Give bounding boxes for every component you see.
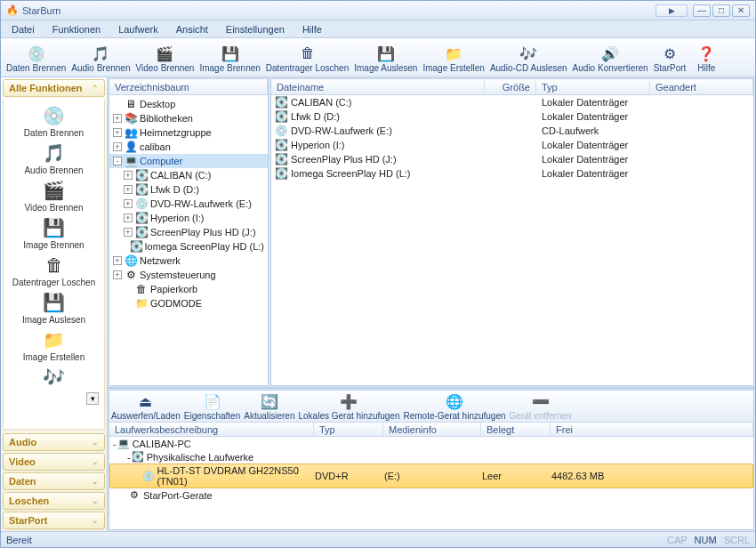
tree-row[interactable]: +💽CALIBAN (C:) — [109, 168, 268, 182]
file-row[interactable]: 💽Hyperion (I:)Lokaler Datenträger — [271, 138, 753, 152]
drive-list-header: Laufwerksbeschreibung Typ Medieninfo Bel… — [109, 423, 753, 437]
tree-row[interactable]: +📚Bibliotheken — [109, 111, 268, 125]
col-groesse[interactable]: Größe — [485, 79, 536, 94]
tree-expander[interactable]: + — [124, 228, 133, 237]
tree-row[interactable]: +💿DVD-RW-Laufwerk (E:) — [109, 197, 268, 211]
chevron-down-icon: ⌄ — [92, 477, 99, 486]
dcol-used[interactable]: Belegt — [481, 423, 551, 436]
drive-row[interactable]: -💻CALIBAN-PC — [109, 437, 753, 450]
dcol-type[interactable]: Typ — [314, 423, 383, 436]
category-label: Audio — [9, 437, 36, 447]
tree-row[interactable]: +🌐Netzwerk — [109, 254, 268, 268]
drive-row[interactable]: 💿HL-DT-ST DVDRAM GH22NS50 (TN01)DVD+R(E:… — [109, 463, 753, 488]
col-typ[interactable]: Typ — [536, 79, 650, 94]
toolbar-button[interactable]: 🗑Datentrager Loschen — [264, 44, 350, 73]
drive-toolbar-icon: 🌐 — [444, 391, 465, 411]
tree-row[interactable]: +💽ScreenPlay Plus HD (J:) — [109, 225, 268, 239]
sidebar-item[interactable]: 🎬Video Brennen — [25, 179, 84, 213]
col-dateiname[interactable]: Dateiname — [271, 79, 485, 94]
menu-item[interactable]: Hilfe — [295, 22, 329, 36]
menu-item[interactable]: Laufwerk — [111, 22, 165, 36]
close-button[interactable]: ✕ — [732, 4, 750, 17]
toolbar-button[interactable]: 📁Image Erstellen — [421, 44, 486, 73]
tree-row[interactable]: 📁GODMODE — [109, 296, 268, 310]
drive-toolbar-label: Eigenschaften — [184, 412, 240, 421]
menu-item[interactable]: Einstellungen — [219, 22, 292, 36]
minimize-button[interactable]: — — [693, 4, 711, 17]
tree-expander[interactable]: + — [113, 270, 122, 279]
toolbar-button[interactable]: ⚙StarPort — [652, 44, 688, 73]
drive-toolbar-button[interactable]: 🔄Aktualisieren — [242, 391, 296, 421]
toolbar-button[interactable]: 🎬Video Brennen — [133, 44, 196, 73]
tree-row[interactable]: +💽Lfwk D (D:) — [109, 182, 268, 197]
tree-expander[interactable]: + — [113, 142, 122, 151]
tree-expander[interactable]: + — [113, 114, 122, 123]
tree-row[interactable]: 🖥Desktop — [109, 97, 268, 111]
file-row[interactable]: 💽Iomega ScreenPlay HD (L:)Lokaler Datent… — [271, 166, 753, 181]
drive-row[interactable]: -💽Physikalische Laufwerke — [109, 450, 753, 463]
tree-row[interactable]: 🗑Papierkorb — [109, 282, 268, 296]
tree-label: CALIBAN (C:) — [150, 170, 211, 181]
sidebar-item-icon: 🎵 — [39, 141, 68, 165]
file-icon: 💽 — [271, 167, 291, 180]
sidebar-item[interactable]: 🎵Audio Brennen — [24, 141, 83, 175]
tree-row[interactable]: 💽Iomega ScreenPlay HD (L:) — [109, 239, 268, 254]
file-row[interactable]: 💽CALIBAN (C:)Lokaler Datenträger — [271, 95, 753, 109]
toolbar-button[interactable]: ❓Hilfe — [689, 44, 723, 73]
drive-toolbar-button[interactable]: ⏏Auswerfen/Laden — [109, 391, 182, 421]
tree-expander[interactable]: + — [113, 256, 122, 265]
toolbar-button[interactable]: 🎶Audio-CD Auslesen — [488, 44, 569, 73]
tree-icon: 👥 — [124, 126, 138, 139]
menu-item[interactable]: Datei — [4, 22, 42, 36]
menu-item[interactable]: Ansicht — [169, 22, 215, 36]
tree-expander[interactable]: + — [113, 128, 122, 137]
category-header[interactable]: StarPort⌄ — [3, 512, 105, 529]
tree-row[interactable]: +⚙Systemsteuerung — [109, 268, 268, 282]
tree-label: Lfwk D (D:) — [150, 184, 199, 195]
scroll-down-button[interactable]: ▾ — [86, 392, 99, 405]
sidebar-item-label: Image Brennen — [23, 240, 84, 250]
tree-expander[interactable]: + — [124, 185, 133, 194]
toolbar-button[interactable]: 💾Image Brennen — [197, 44, 261, 73]
maximize-button[interactable]: □ — [712, 4, 730, 17]
sidebar-item[interactable]: 💾Image Brennen — [23, 216, 84, 250]
drive-toolbar-button[interactable]: 🌐Remote-Gerat hinzufugen — [401, 391, 507, 421]
file-row[interactable]: 💽Lfwk D (D:)Lokaler Datenträger — [271, 109, 753, 124]
tree-row[interactable]: +💽Hyperion (I:) — [109, 211, 268, 225]
tree-expander[interactable]: + — [124, 199, 133, 208]
tree-row[interactable]: +👤caliban — [109, 140, 268, 154]
category-alle-funktionen[interactable]: Alle Funktionen ⌃ — [3, 79, 105, 97]
category-header[interactable]: Audio⌄ — [3, 433, 105, 451]
drive-icon: 💻 — [117, 438, 131, 449]
file-row[interactable]: 💿DVD-RW-Laufwerk (E:)CD-Laufwerk — [271, 124, 753, 138]
toolbar-label: Audio Konvertieren — [573, 64, 648, 73]
tree-expander[interactable]: + — [124, 171, 133, 180]
category-header[interactable]: Loschen⌄ — [3, 492, 105, 510]
drive-toolbar-button[interactable]: 📄Eigenschaften — [182, 391, 242, 421]
sidebar-item[interactable]: 🎶 — [40, 366, 68, 389]
category-header[interactable]: Video⌄ — [3, 453, 105, 471]
dcol-desc[interactable]: Laufwerksbeschreibung — [109, 423, 314, 436]
sidebar-item[interactable]: 📁Image Erstellen — [23, 328, 84, 362]
toolbar-button[interactable]: 💿Daten Brennen — [4, 44, 68, 73]
dcol-media[interactable]: Medieninfo — [383, 423, 481, 436]
drive-row[interactable]: ⚙StarPort-Gerate — [109, 488, 753, 502]
toolbar-button[interactable]: 🎵Audio Brennen — [69, 44, 132, 73]
media-play-button[interactable]: ▶ — [655, 4, 688, 17]
sidebar-item[interactable]: 🗑Datentrager Loschen — [12, 254, 95, 287]
category-header[interactable]: Daten⌄ — [3, 472, 105, 490]
file-row[interactable]: 💽ScreenPlay Plus HD (J:)Lokaler Datenträ… — [271, 152, 753, 166]
sidebar-item[interactable]: 💾Image Auslesen — [22, 291, 85, 325]
tree-row[interactable]: +👥Heimnetzgruppe — [109, 125, 268, 140]
toolbar-button[interactable]: 💾Image Auslesen — [352, 44, 419, 73]
menu-item[interactable]: Funktionen — [45, 22, 108, 36]
dcol-free[interactable]: Frei — [551, 423, 753, 436]
drive-toolbar-button[interactable]: ➕Lokales Gerat hinzufugen — [297, 391, 402, 421]
sidebar-item[interactable]: 💿Daten Brennen — [24, 104, 84, 138]
toolbar-button[interactable]: 🔊Audio Konvertieren — [571, 44, 650, 73]
toolbar-icon: ⚙ — [659, 44, 680, 63]
tree-expander[interactable]: - — [113, 157, 122, 165]
tree-row[interactable]: -💻Computer — [109, 154, 268, 168]
tree-expander[interactable]: + — [124, 214, 133, 222]
col-geandert[interactable]: Geandert — [650, 79, 753, 94]
